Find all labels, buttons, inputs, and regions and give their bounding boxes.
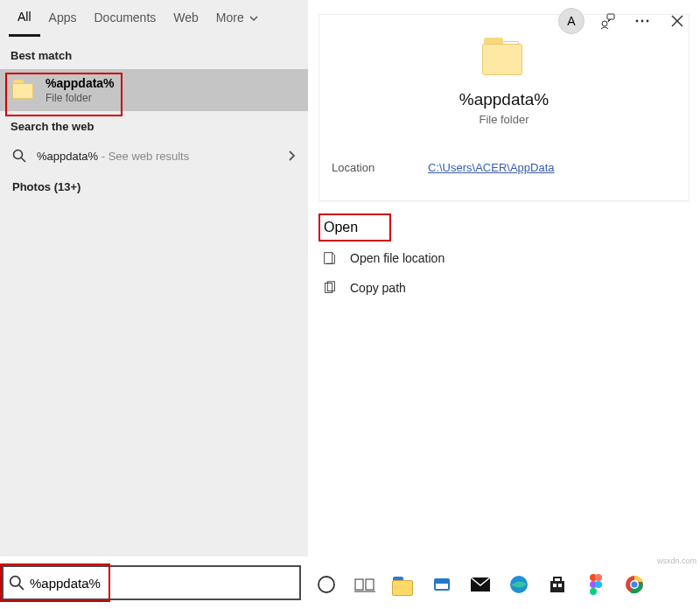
copy-icon [322, 280, 338, 296]
svg-rect-24 [550, 581, 564, 592]
search-input[interactable] [30, 576, 294, 591]
svg-line-1 [22, 158, 26, 163]
taskbar-figma[interactable] [583, 571, 609, 598]
search-window: All Apps Documents Web More Best match %… [0, 0, 700, 556]
taskbar-mail[interactable] [467, 571, 494, 598]
taskbar-store[interactable] [544, 571, 570, 598]
store-icon [548, 575, 567, 594]
tab-documents[interactable]: Documents [85, 5, 164, 35]
svg-point-14 [10, 577, 20, 586]
figma-icon [589, 574, 603, 595]
taskbar-app-downloads[interactable] [429, 571, 455, 598]
action-open-file-location[interactable]: Open file location [318, 243, 690, 273]
tab-all[interactable]: All [9, 4, 40, 37]
chevron-right-icon [287, 150, 296, 162]
svg-point-34 [632, 582, 638, 588]
tab-more[interactable]: More [207, 5, 267, 35]
circle-icon [317, 575, 336, 594]
action-copy-path-label: Copy path [350, 281, 406, 295]
taskbar-cortana[interactable] [313, 571, 340, 598]
taskbar-edge[interactable] [506, 571, 532, 598]
watermark: wsxdn.com [657, 556, 696, 565]
preview-card: %appdata% File folder Location C:\Users\… [318, 14, 690, 201]
search-icon [12, 149, 26, 163]
svg-point-30 [595, 581, 602, 588]
section-photos[interactable]: Photos (13+) [0, 172, 308, 202]
search-icon [9, 575, 24, 591]
more-options-button[interactable] [626, 5, 658, 37]
svg-rect-25 [553, 584, 556, 587]
svg-rect-26 [558, 584, 562, 587]
action-open[interactable]: Open [318, 214, 391, 242]
preview-subtitle: File folder [328, 113, 680, 126]
svg-rect-17 [355, 579, 363, 590]
action-open-file-location-label: Open file location [350, 251, 444, 265]
tab-web[interactable]: Web [164, 5, 207, 35]
best-match-result[interactable]: %appdata% File folder [0, 69, 308, 111]
svg-line-15 [19, 585, 24, 590]
svg-rect-3 [607, 14, 614, 19]
svg-point-16 [318, 577, 334, 592]
svg-point-31 [590, 588, 597, 595]
svg-point-6 [647, 20, 649, 23]
taskbar-file-explorer[interactable] [390, 571, 416, 598]
location-link[interactable]: C:\Users\ACER\AppData [428, 161, 555, 174]
user-avatar[interactable]: A [558, 8, 584, 34]
person-feedback-icon [598, 12, 616, 30]
action-copy-path[interactable]: Copy path [318, 273, 690, 303]
web-result-text: %appdata% - See web results [37, 150, 287, 163]
chevron-down-icon [249, 14, 258, 23]
actions-list: Open Open file location Copy path [315, 201, 693, 315]
svg-point-5 [641, 20, 644, 23]
right-panel: %appdata% File folder Location C:\Users\… [308, 0, 700, 556]
folder-icon [10, 79, 35, 102]
tab-more-label: More [216, 10, 244, 24]
svg-rect-11 [325, 253, 332, 264]
feedback-button[interactable] [592, 5, 623, 37]
svg-point-0 [14, 150, 23, 159]
file-location-icon [322, 250, 338, 266]
ellipsis-icon [634, 13, 650, 29]
web-result[interactable]: %appdata% - See web results [0, 140, 308, 172]
svg-point-4 [636, 20, 639, 23]
left-panel: All Apps Documents Web More Best match %… [0, 0, 308, 556]
action-open-label: Open [324, 220, 358, 235]
result-subtitle: File folder [46, 92, 115, 104]
chrome-icon [625, 575, 644, 594]
mail-icon [470, 577, 491, 592]
close-button[interactable] [662, 5, 693, 37]
tray-icon [432, 575, 452, 594]
svg-rect-18 [366, 579, 374, 590]
location-label: Location [332, 161, 428, 174]
result-title: %appdata% [46, 76, 115, 90]
svg-rect-21 [436, 584, 448, 589]
task-view-icon [354, 576, 375, 593]
taskbar-task-view[interactable] [352, 571, 378, 598]
taskbar-chrome[interactable] [621, 571, 648, 598]
edge-icon [509, 575, 528, 594]
close-icon [670, 14, 684, 28]
svg-point-28 [595, 574, 602, 581]
bottom-area [0, 556, 700, 609]
tab-apps[interactable]: Apps [40, 5, 86, 35]
taskbar [313, 565, 695, 604]
folder-icon-large [480, 38, 528, 78]
tabs-row: All Apps Documents Web More [0, 0, 308, 40]
section-best-match: Best match [0, 40, 308, 69]
section-search-web: Search the web [0, 111, 308, 140]
svg-point-2 [602, 21, 607, 26]
search-bar[interactable] [2, 565, 301, 600]
preview-title: %appdata% [328, 90, 680, 109]
